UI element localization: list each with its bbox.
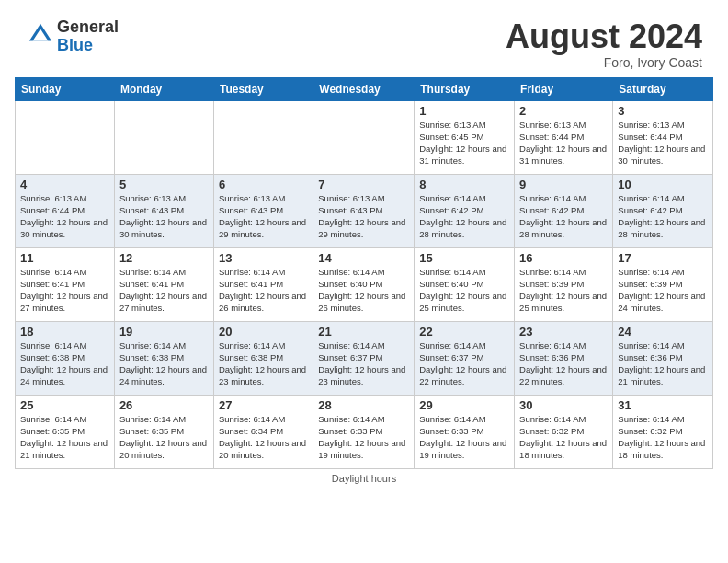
logo: General Blue bbox=[26, 18, 119, 55]
calendar-cell: 25Sunrise: 6:14 AM Sunset: 6:35 PM Dayli… bbox=[16, 395, 115, 468]
day-info: Sunrise: 6:14 AM Sunset: 6:35 PM Dayligh… bbox=[20, 413, 109, 462]
calendar-cell: 1Sunrise: 6:13 AM Sunset: 6:45 PM Daylig… bbox=[415, 100, 515, 174]
calendar-cell: 3Sunrise: 6:13 AM Sunset: 6:44 PM Daylig… bbox=[613, 100, 713, 174]
day-info: Sunrise: 6:14 AM Sunset: 6:41 PM Dayligh… bbox=[20, 266, 109, 315]
day-number: 4 bbox=[20, 178, 109, 191]
day-number: 22 bbox=[419, 325, 509, 339]
day-info: Sunrise: 6:14 AM Sunset: 6:33 PM Dayligh… bbox=[318, 413, 409, 462]
logo-general: General bbox=[57, 18, 119, 37]
calendar-week-row: 11Sunrise: 6:14 AM Sunset: 6:41 PM Dayli… bbox=[16, 247, 713, 321]
day-number: 1 bbox=[419, 104, 509, 118]
day-number: 14 bbox=[318, 251, 409, 265]
calendar-cell: 7Sunrise: 6:13 AM Sunset: 6:43 PM Daylig… bbox=[313, 174, 415, 247]
day-number: 21 bbox=[318, 325, 409, 339]
calendar-cell bbox=[114, 100, 213, 174]
calendar-cell bbox=[313, 100, 415, 174]
calendar-cell: 31Sunrise: 6:14 AM Sunset: 6:32 PM Dayli… bbox=[613, 395, 713, 468]
day-number: 7 bbox=[318, 178, 409, 191]
day-of-week-header: Saturday bbox=[613, 77, 713, 100]
calendar-week-row: 1Sunrise: 6:13 AM Sunset: 6:45 PM Daylig… bbox=[16, 100, 713, 174]
day-number: 16 bbox=[519, 251, 608, 265]
calendar-cell: 2Sunrise: 6:13 AM Sunset: 6:44 PM Daylig… bbox=[515, 100, 613, 174]
calendar-cell: 10Sunrise: 6:14 AM Sunset: 6:42 PM Dayli… bbox=[613, 174, 713, 247]
day-number: 3 bbox=[618, 104, 708, 118]
calendar-cell: 6Sunrise: 6:13 AM Sunset: 6:43 PM Daylig… bbox=[213, 174, 313, 247]
day-number: 31 bbox=[618, 398, 708, 412]
day-number: 25 bbox=[20, 398, 109, 412]
calendar-cell: 5Sunrise: 6:13 AM Sunset: 6:43 PM Daylig… bbox=[114, 174, 213, 247]
day-info: Sunrise: 6:14 AM Sunset: 6:38 PM Dayligh… bbox=[20, 339, 109, 388]
calendar-cell: 26Sunrise: 6:14 AM Sunset: 6:35 PM Dayli… bbox=[114, 395, 213, 468]
day-info: Sunrise: 6:14 AM Sunset: 6:40 PM Dayligh… bbox=[318, 266, 409, 315]
day-number: 18 bbox=[20, 325, 109, 339]
calendar-cell: 21Sunrise: 6:14 AM Sunset: 6:37 PM Dayli… bbox=[313, 321, 415, 395]
logo-blue: Blue bbox=[57, 37, 119, 55]
calendar: SundayMondayTuesdayWednesdayThursdayFrid… bbox=[15, 77, 713, 469]
day-info: Sunrise: 6:13 AM Sunset: 6:44 PM Dayligh… bbox=[519, 119, 608, 167]
day-info: Sunrise: 6:13 AM Sunset: 6:43 PM Dayligh… bbox=[219, 192, 308, 241]
calendar-cell bbox=[16, 100, 115, 174]
day-info: Sunrise: 6:14 AM Sunset: 6:37 PM Dayligh… bbox=[318, 339, 409, 388]
calendar-cell: 19Sunrise: 6:14 AM Sunset: 6:38 PM Dayli… bbox=[114, 321, 213, 395]
day-of-week-header: Friday bbox=[515, 77, 613, 100]
calendar-cell: 8Sunrise: 6:14 AM Sunset: 6:42 PM Daylig… bbox=[415, 174, 515, 247]
day-of-week-header: Sunday bbox=[16, 77, 115, 100]
calendar-cell: 20Sunrise: 6:14 AM Sunset: 6:38 PM Dayli… bbox=[213, 321, 313, 395]
day-info: Sunrise: 6:13 AM Sunset: 6:44 PM Dayligh… bbox=[20, 192, 109, 241]
day-number: 5 bbox=[119, 178, 209, 191]
day-number: 6 bbox=[219, 178, 308, 191]
day-of-week-header: Wednesday bbox=[313, 77, 415, 100]
calendar-cell: 12Sunrise: 6:14 AM Sunset: 6:41 PM Dayli… bbox=[114, 247, 213, 321]
calendar-cell: 14Sunrise: 6:14 AM Sunset: 6:40 PM Dayli… bbox=[313, 247, 415, 321]
calendar-cell: 24Sunrise: 6:14 AM Sunset: 6:36 PM Dayli… bbox=[613, 321, 713, 395]
calendar-cell: 4Sunrise: 6:13 AM Sunset: 6:44 PM Daylig… bbox=[16, 174, 115, 247]
footer: Daylight hours bbox=[7, 469, 721, 488]
day-of-week-header: Tuesday bbox=[213, 77, 313, 100]
day-of-week-header: Thursday bbox=[415, 77, 515, 100]
calendar-cell: 29Sunrise: 6:14 AM Sunset: 6:33 PM Dayli… bbox=[415, 395, 515, 468]
month-title: August 2024 bbox=[506, 18, 702, 55]
day-number: 12 bbox=[119, 251, 209, 265]
day-info: Sunrise: 6:14 AM Sunset: 6:42 PM Dayligh… bbox=[519, 192, 608, 241]
day-info: Sunrise: 6:13 AM Sunset: 6:45 PM Dayligh… bbox=[419, 119, 509, 167]
day-number: 8 bbox=[419, 178, 509, 191]
calendar-cell: 22Sunrise: 6:14 AM Sunset: 6:37 PM Dayli… bbox=[415, 321, 515, 395]
day-info: Sunrise: 6:13 AM Sunset: 6:43 PM Dayligh… bbox=[119, 192, 209, 241]
day-number: 29 bbox=[419, 398, 509, 412]
day-info: Sunrise: 6:14 AM Sunset: 6:40 PM Dayligh… bbox=[419, 266, 509, 315]
calendar-cell: 27Sunrise: 6:14 AM Sunset: 6:34 PM Dayli… bbox=[213, 395, 313, 468]
day-number: 13 bbox=[219, 251, 308, 265]
calendar-cell bbox=[213, 100, 313, 174]
location: Foro, Ivory Coast bbox=[506, 55, 702, 70]
day-number: 26 bbox=[119, 398, 209, 412]
calendar-cell: 13Sunrise: 6:14 AM Sunset: 6:41 PM Dayli… bbox=[213, 247, 313, 321]
day-info: Sunrise: 6:14 AM Sunset: 6:39 PM Dayligh… bbox=[618, 266, 708, 315]
day-info: Sunrise: 6:14 AM Sunset: 6:38 PM Dayligh… bbox=[219, 339, 308, 388]
day-info: Sunrise: 6:14 AM Sunset: 6:32 PM Dayligh… bbox=[519, 413, 608, 462]
title-block: August 2024 Foro, Ivory Coast bbox=[506, 18, 702, 70]
day-number: 20 bbox=[219, 325, 308, 339]
day-info: Sunrise: 6:13 AM Sunset: 6:44 PM Dayligh… bbox=[618, 119, 708, 167]
day-info: Sunrise: 6:14 AM Sunset: 6:33 PM Dayligh… bbox=[419, 413, 509, 462]
day-number: 30 bbox=[519, 398, 608, 412]
day-number: 27 bbox=[219, 398, 308, 412]
day-number: 17 bbox=[618, 251, 708, 265]
day-info: Sunrise: 6:14 AM Sunset: 6:42 PM Dayligh… bbox=[419, 192, 509, 241]
calendar-cell: 28Sunrise: 6:14 AM Sunset: 6:33 PM Dayli… bbox=[313, 395, 415, 468]
day-info: Sunrise: 6:14 AM Sunset: 6:41 PM Dayligh… bbox=[219, 266, 308, 315]
day-number: 9 bbox=[519, 178, 608, 191]
day-info: Sunrise: 6:14 AM Sunset: 6:42 PM Dayligh… bbox=[618, 192, 708, 241]
day-number: 24 bbox=[618, 325, 708, 339]
day-info: Sunrise: 6:14 AM Sunset: 6:36 PM Dayligh… bbox=[618, 339, 708, 388]
calendar-week-row: 18Sunrise: 6:14 AM Sunset: 6:38 PM Dayli… bbox=[16, 321, 713, 395]
calendar-week-row: 4Sunrise: 6:13 AM Sunset: 6:44 PM Daylig… bbox=[16, 174, 713, 247]
day-number: 28 bbox=[318, 398, 409, 412]
calendar-cell: 16Sunrise: 6:14 AM Sunset: 6:39 PM Dayli… bbox=[515, 247, 613, 321]
calendar-cell: 18Sunrise: 6:14 AM Sunset: 6:38 PM Dayli… bbox=[16, 321, 115, 395]
day-info: Sunrise: 6:14 AM Sunset: 6:39 PM Dayligh… bbox=[519, 266, 608, 315]
day-number: 19 bbox=[119, 325, 209, 339]
day-info: Sunrise: 6:14 AM Sunset: 6:36 PM Dayligh… bbox=[519, 339, 608, 388]
day-of-week-header: Monday bbox=[114, 77, 213, 100]
calendar-cell: 23Sunrise: 6:14 AM Sunset: 6:36 PM Dayli… bbox=[515, 321, 613, 395]
calendar-cell: 9Sunrise: 6:14 AM Sunset: 6:42 PM Daylig… bbox=[515, 174, 613, 247]
